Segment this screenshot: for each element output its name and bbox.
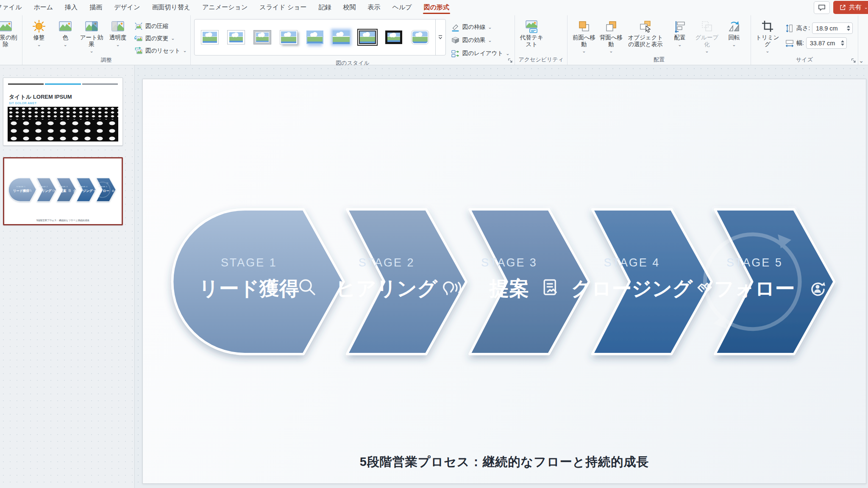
adjust-small-button-reset-picture-icon[interactable]: 図のリセット⌄ xyxy=(134,45,187,56)
stage-number-label: STAGE 1 xyxy=(17,186,26,188)
styles-side-button-picture-border-icon[interactable]: 図の枠線⌄ xyxy=(451,22,510,33)
picture-style-preset-metal-frame[interactable] xyxy=(250,22,274,53)
ribbon-tab-ファイル[interactable]: ファイル xyxy=(0,0,28,15)
picture-style-preset-reflected-rectangle[interactable] xyxy=(303,22,327,53)
height-input[interactable]: 18.9 cm xyxy=(812,22,853,34)
stage-number-label: STAGE 3 xyxy=(481,256,537,269)
reset-picture-icon xyxy=(134,47,143,55)
stage-name-label: リード獲得 xyxy=(199,277,299,299)
arrange-button-rotate-objects-icon[interactable]: 回転⌄ xyxy=(721,17,747,48)
slide-thumbnail-2-selected[interactable]: STAGE 1リード獲得STAGE 2ヒアリングSTAGE 3提案STAGE 4… xyxy=(3,157,123,225)
share-chevron-icon: ⌄ xyxy=(864,5,868,10)
chevron-down-icon: ⌄ xyxy=(89,49,93,53)
shape-width-icon xyxy=(785,39,794,48)
picture-style-preset-thick-black-frame[interactable] xyxy=(382,22,406,53)
process-stage-2: STAGE 2ヒアリング xyxy=(35,178,56,201)
group-objects-icon xyxy=(700,19,714,33)
stage-name-label: 提案 xyxy=(59,189,67,193)
ribbon-tab-挿入[interactable]: 挿入 xyxy=(59,0,83,15)
sales-process-arrows-picture[interactable]: STAGE 1リード獲得STAGE 2ヒアリングSTAGE 3提案STAGE 4… xyxy=(143,79,866,483)
picture-style-preset-double-black-frame[interactable] xyxy=(356,22,379,53)
share-icon xyxy=(839,4,846,11)
ribbon-tab-画面切り替え[interactable]: 画面切り替え xyxy=(146,0,197,15)
alt-text-button[interactable]: 代替テキスト xyxy=(518,17,545,48)
arrange-button-send-backward-icon[interactable]: 背面へ移動⌄ xyxy=(598,17,624,54)
ribbon-tab-記録[interactable]: 記録 xyxy=(313,0,337,15)
style-preview-thumbnail xyxy=(280,30,297,44)
chevron-down-icon: ⌄ xyxy=(488,38,492,43)
chevron-down-icon: ⌄ xyxy=(765,49,769,53)
corrections-sun-icon xyxy=(32,19,46,33)
styles-side-button-picture-effects-icon[interactable]: 図の効果⌄ xyxy=(451,35,510,46)
stage-name-label: ヒアリング xyxy=(336,277,438,299)
picture-styles-dialog-launcher[interactable] xyxy=(507,57,513,63)
width-input[interactable]: 33.87 cm xyxy=(806,37,847,49)
width-spinner[interactable] xyxy=(841,40,844,46)
ribbon-tab-デザイン[interactable]: デザイン xyxy=(108,0,146,15)
alt-text-icon xyxy=(525,19,538,33)
comments-button[interactable] xyxy=(814,1,830,14)
ribbon-tab-ホーム[interactable]: ホーム xyxy=(28,0,59,15)
styles-side-button-picture-layout-icon[interactable]: 図のレイアウト⌄ xyxy=(451,48,510,59)
crop-icon xyxy=(761,19,774,33)
slide-thumbnail-1[interactable]: タイトル LOREM IPSUM SIT DOLOR AMET xyxy=(3,78,123,146)
ribbon-group-adjust: 修整⌄ 色⌄ アート効果⌄ 透明度⌄ 図の圧縮 図の変更⌄ 図のリセット⌄ 調整 xyxy=(22,15,191,65)
arrange-button-bring-forward-icon[interactable]: 前面へ移動⌄ xyxy=(571,17,597,54)
style-preview-thumbnail xyxy=(385,30,402,44)
chevron-down-icon: ⌄ xyxy=(488,25,492,30)
crop-button[interactable]: トリミング⌄ xyxy=(754,17,781,54)
title-slide-accent-bars xyxy=(8,83,118,85)
adjust-button-color-picture-icon[interactable]: 色⌄ xyxy=(52,17,78,54)
rotate-objects-icon xyxy=(727,19,741,33)
height-spinner[interactable] xyxy=(847,25,850,31)
process-stage-4: STAGE 4クロージング xyxy=(571,209,712,354)
gallery-more-icon xyxy=(437,34,443,41)
size-dialog-launcher[interactable] xyxy=(851,57,857,63)
ribbon-tab-アニメーション[interactable]: アニメーション xyxy=(196,0,253,15)
arrange-button-group-objects-icon[interactable]: グループ化⌄ xyxy=(694,17,720,54)
ribbon-tab-描画[interactable]: 描画 xyxy=(83,0,108,15)
picture-style-preset-simple-white-frame[interactable] xyxy=(198,22,222,53)
stage-name-label: クロージング xyxy=(73,189,93,193)
mini-caption: 5段階営業プロセス：継続的なフローと持続的成長 xyxy=(4,219,122,222)
picture-style-preset-soft-edge-glow-rectangle[interactable] xyxy=(329,22,353,53)
ribbon-tab-図の形式[interactable]: 図の形式 xyxy=(418,0,455,15)
process-stage-4: STAGE 4クロージング xyxy=(73,178,96,201)
style-preview-thumbnail xyxy=(359,30,376,44)
adjust-button-corrections-sun-icon[interactable]: 修整⌄ xyxy=(26,17,52,54)
picture-style-preset-beveled-white-frame[interactable] xyxy=(224,22,248,53)
picture-border-icon xyxy=(451,23,460,32)
height-label: 高さ: xyxy=(796,25,810,32)
stage-number-label: STAGE 5 xyxy=(98,186,108,188)
picture-style-preset-rounded-simple-frame[interactable] xyxy=(408,22,432,53)
share-label: 共有 xyxy=(849,3,862,11)
stage-number-label: STAGE 3 xyxy=(58,186,68,188)
chevron-down-icon: ⌄ xyxy=(732,42,736,47)
arrange-button-align-objects-icon[interactable]: 配置⌄ xyxy=(667,17,693,48)
stage-name-label: フォロー xyxy=(96,189,109,193)
adjust-small-button-change-picture-icon[interactable]: 図の変更⌄ xyxy=(134,33,187,44)
width-field-row: 幅: 33.87 cm xyxy=(785,37,853,49)
chevron-down-icon: ⌄ xyxy=(609,49,613,53)
stage-name-label: フォロー xyxy=(714,277,795,299)
picture-styles-more-button[interactable] xyxy=(435,19,445,55)
titlebar-right-controls: 共有 ⌄ xyxy=(814,1,868,14)
ribbon-tab-ヘルプ[interactable]: ヘルプ xyxy=(387,0,418,15)
ribbon-tab-スライド ショー[interactable]: スライド ショー xyxy=(253,0,312,15)
ribbon-tabs: ファイルホーム挿入描画デザイン画面切り替えアニメーションスライド ショー記録校閲… xyxy=(0,0,455,15)
remove-background-button[interactable]: 背景の削除 xyxy=(0,17,19,48)
compress-picture-icon xyxy=(134,22,143,30)
adjust-small-button-compress-picture-icon[interactable]: 図の圧縮 xyxy=(134,21,187,31)
adjust-button-transparency-icon[interactable]: 透明度⌄ xyxy=(105,17,131,54)
thumbnail-honeycomb-image xyxy=(8,107,118,141)
thumbnail-slide-subtitle: SIT DOLOR AMET xyxy=(9,102,37,105)
share-button[interactable]: 共有 ⌄ xyxy=(833,1,868,14)
collapse-ribbon-chevron[interactable]: ⌄ xyxy=(859,57,864,64)
ribbon-tab-校閲[interactable]: 校閲 xyxy=(337,0,362,15)
ribbon-tab-表示[interactable]: 表示 xyxy=(362,0,387,15)
picture-style-preset-drop-shadow-rectangle[interactable] xyxy=(277,22,300,53)
chevron-down-icon: ⌄ xyxy=(63,42,67,47)
arrange-button-selection-pane-icon[interactable]: オブジェクトの選択と表示 xyxy=(625,17,666,48)
adjust-button-artistic-effects-icon[interactable]: アート効果⌄ xyxy=(78,17,105,54)
slide-editing-surface[interactable]: STAGE 1リード獲得STAGE 2ヒアリングSTAGE 3提案STAGE 4… xyxy=(142,79,866,484)
